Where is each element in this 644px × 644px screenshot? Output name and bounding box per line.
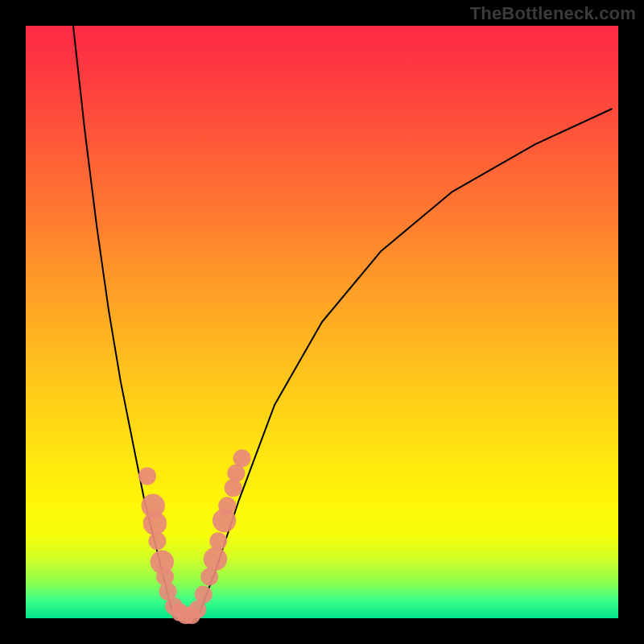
chart-marker xyxy=(148,532,166,550)
watermark-text: TheBottleneck.com xyxy=(470,3,636,24)
chart-marker xyxy=(225,479,242,497)
chart-marker xyxy=(209,532,227,550)
chart-marker xyxy=(143,512,167,535)
chart-marker xyxy=(195,586,213,604)
chart-marker xyxy=(204,547,227,571)
chart-marker xyxy=(218,497,236,514)
chart-overlay-svg xyxy=(26,26,618,618)
chart-marker xyxy=(156,568,174,586)
chart-marker xyxy=(138,467,156,485)
chart-markers xyxy=(138,449,251,624)
chart-marker xyxy=(233,449,251,467)
chart-frame: TheBottleneck.com xyxy=(0,0,644,644)
chart-plot-area xyxy=(26,26,618,618)
